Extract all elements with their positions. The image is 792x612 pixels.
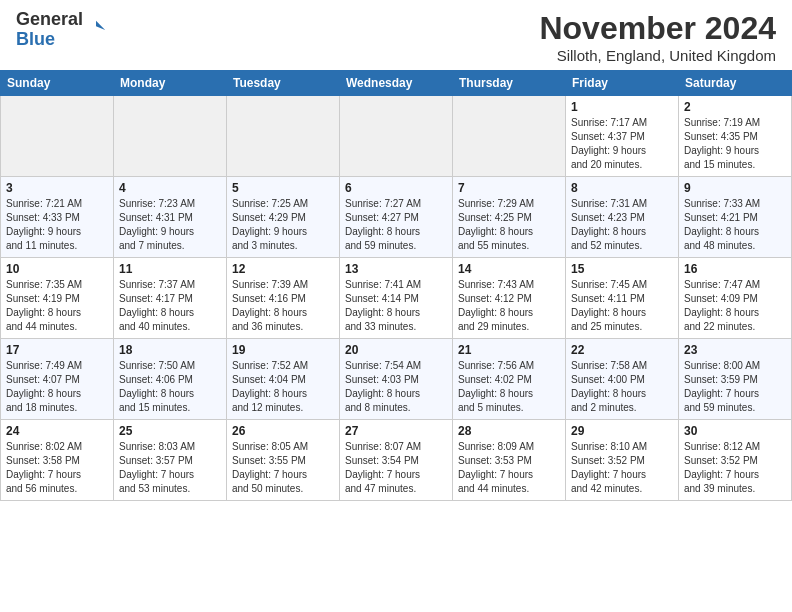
title-block: November 2024 Silloth, England, United K… xyxy=(539,10,776,64)
calendar-week-row: 17Sunrise: 7:49 AM Sunset: 4:07 PM Dayli… xyxy=(1,339,792,420)
day-number: 25 xyxy=(119,424,221,438)
day-number: 20 xyxy=(345,343,447,357)
location: Silloth, England, United Kingdom xyxy=(539,47,776,64)
day-info: Sunrise: 7:23 AM Sunset: 4:31 PM Dayligh… xyxy=(119,197,221,253)
calendar-cell: 26Sunrise: 8:05 AM Sunset: 3:55 PM Dayli… xyxy=(227,420,340,501)
calendar-cell: 24Sunrise: 8:02 AM Sunset: 3:58 PM Dayli… xyxy=(1,420,114,501)
calendar-cell: 8Sunrise: 7:31 AM Sunset: 4:23 PM Daylig… xyxy=(566,177,679,258)
day-number: 7 xyxy=(458,181,560,195)
calendar-cell xyxy=(227,96,340,177)
calendar-header-row: SundayMondayTuesdayWednesdayThursdayFrid… xyxy=(1,71,792,96)
day-info: Sunrise: 8:02 AM Sunset: 3:58 PM Dayligh… xyxy=(6,440,108,496)
calendar-cell: 17Sunrise: 7:49 AM Sunset: 4:07 PM Dayli… xyxy=(1,339,114,420)
day-number: 26 xyxy=(232,424,334,438)
calendar-header-friday: Friday xyxy=(566,71,679,96)
calendar-cell: 25Sunrise: 8:03 AM Sunset: 3:57 PM Dayli… xyxy=(114,420,227,501)
day-info: Sunrise: 7:19 AM Sunset: 4:35 PM Dayligh… xyxy=(684,116,786,172)
day-info: Sunrise: 7:50 AM Sunset: 4:06 PM Dayligh… xyxy=(119,359,221,415)
calendar-cell: 14Sunrise: 7:43 AM Sunset: 4:12 PM Dayli… xyxy=(453,258,566,339)
day-number: 23 xyxy=(684,343,786,357)
day-info: Sunrise: 7:56 AM Sunset: 4:02 PM Dayligh… xyxy=(458,359,560,415)
logo-icon xyxy=(85,19,107,41)
day-number: 15 xyxy=(571,262,673,276)
day-info: Sunrise: 7:45 AM Sunset: 4:11 PM Dayligh… xyxy=(571,278,673,334)
calendar-header-saturday: Saturday xyxy=(679,71,792,96)
day-info: Sunrise: 8:10 AM Sunset: 3:52 PM Dayligh… xyxy=(571,440,673,496)
calendar-cell: 5Sunrise: 7:25 AM Sunset: 4:29 PM Daylig… xyxy=(227,177,340,258)
day-info: Sunrise: 7:35 AM Sunset: 4:19 PM Dayligh… xyxy=(6,278,108,334)
day-info: Sunrise: 7:25 AM Sunset: 4:29 PM Dayligh… xyxy=(232,197,334,253)
calendar-cell: 7Sunrise: 7:29 AM Sunset: 4:25 PM Daylig… xyxy=(453,177,566,258)
day-info: Sunrise: 7:52 AM Sunset: 4:04 PM Dayligh… xyxy=(232,359,334,415)
day-info: Sunrise: 7:49 AM Sunset: 4:07 PM Dayligh… xyxy=(6,359,108,415)
calendar-header-sunday: Sunday xyxy=(1,71,114,96)
day-info: Sunrise: 8:00 AM Sunset: 3:59 PM Dayligh… xyxy=(684,359,786,415)
day-number: 28 xyxy=(458,424,560,438)
calendar-week-row: 1Sunrise: 7:17 AM Sunset: 4:37 PM Daylig… xyxy=(1,96,792,177)
calendar-cell: 13Sunrise: 7:41 AM Sunset: 4:14 PM Dayli… xyxy=(340,258,453,339)
day-info: Sunrise: 7:33 AM Sunset: 4:21 PM Dayligh… xyxy=(684,197,786,253)
day-info: Sunrise: 7:41 AM Sunset: 4:14 PM Dayligh… xyxy=(345,278,447,334)
day-info: Sunrise: 7:43 AM Sunset: 4:12 PM Dayligh… xyxy=(458,278,560,334)
day-number: 19 xyxy=(232,343,334,357)
calendar-cell: 1Sunrise: 7:17 AM Sunset: 4:37 PM Daylig… xyxy=(566,96,679,177)
calendar-cell: 20Sunrise: 7:54 AM Sunset: 4:03 PM Dayli… xyxy=(340,339,453,420)
calendar-week-row: 3Sunrise: 7:21 AM Sunset: 4:33 PM Daylig… xyxy=(1,177,792,258)
day-number: 14 xyxy=(458,262,560,276)
day-number: 5 xyxy=(232,181,334,195)
calendar-cell: 28Sunrise: 8:09 AM Sunset: 3:53 PM Dayli… xyxy=(453,420,566,501)
day-info: Sunrise: 7:37 AM Sunset: 4:17 PM Dayligh… xyxy=(119,278,221,334)
calendar-cell: 12Sunrise: 7:39 AM Sunset: 4:16 PM Dayli… xyxy=(227,258,340,339)
day-info: Sunrise: 8:09 AM Sunset: 3:53 PM Dayligh… xyxy=(458,440,560,496)
day-number: 17 xyxy=(6,343,108,357)
calendar-header-tuesday: Tuesday xyxy=(227,71,340,96)
day-info: Sunrise: 8:03 AM Sunset: 3:57 PM Dayligh… xyxy=(119,440,221,496)
calendar-cell: 18Sunrise: 7:50 AM Sunset: 4:06 PM Dayli… xyxy=(114,339,227,420)
day-info: Sunrise: 8:05 AM Sunset: 3:55 PM Dayligh… xyxy=(232,440,334,496)
calendar-week-row: 24Sunrise: 8:02 AM Sunset: 3:58 PM Dayli… xyxy=(1,420,792,501)
calendar-cell: 30Sunrise: 8:12 AM Sunset: 3:52 PM Dayli… xyxy=(679,420,792,501)
day-number: 29 xyxy=(571,424,673,438)
calendar-table: SundayMondayTuesdayWednesdayThursdayFrid… xyxy=(0,70,792,501)
calendar-cell: 10Sunrise: 7:35 AM Sunset: 4:19 PM Dayli… xyxy=(1,258,114,339)
day-info: Sunrise: 7:29 AM Sunset: 4:25 PM Dayligh… xyxy=(458,197,560,253)
calendar-cell: 3Sunrise: 7:21 AM Sunset: 4:33 PM Daylig… xyxy=(1,177,114,258)
calendar-cell xyxy=(114,96,227,177)
day-info: Sunrise: 7:27 AM Sunset: 4:27 PM Dayligh… xyxy=(345,197,447,253)
calendar-cell xyxy=(1,96,114,177)
day-number: 10 xyxy=(6,262,108,276)
day-number: 24 xyxy=(6,424,108,438)
logo: General Blue xyxy=(16,10,107,50)
calendar-header-wednesday: Wednesday xyxy=(340,71,453,96)
day-info: Sunrise: 7:54 AM Sunset: 4:03 PM Dayligh… xyxy=(345,359,447,415)
day-info: Sunrise: 7:21 AM Sunset: 4:33 PM Dayligh… xyxy=(6,197,108,253)
month-title: November 2024 xyxy=(539,10,776,47)
day-number: 1 xyxy=(571,100,673,114)
calendar-cell: 15Sunrise: 7:45 AM Sunset: 4:11 PM Dayli… xyxy=(566,258,679,339)
day-number: 30 xyxy=(684,424,786,438)
calendar-cell: 6Sunrise: 7:27 AM Sunset: 4:27 PM Daylig… xyxy=(340,177,453,258)
calendar-cell: 23Sunrise: 8:00 AM Sunset: 3:59 PM Dayli… xyxy=(679,339,792,420)
calendar-cell: 19Sunrise: 7:52 AM Sunset: 4:04 PM Dayli… xyxy=(227,339,340,420)
day-number: 21 xyxy=(458,343,560,357)
day-info: Sunrise: 7:17 AM Sunset: 4:37 PM Dayligh… xyxy=(571,116,673,172)
day-number: 12 xyxy=(232,262,334,276)
day-number: 22 xyxy=(571,343,673,357)
day-info: Sunrise: 7:47 AM Sunset: 4:09 PM Dayligh… xyxy=(684,278,786,334)
day-info: Sunrise: 7:58 AM Sunset: 4:00 PM Dayligh… xyxy=(571,359,673,415)
page-header: General Blue November 2024 Silloth, Engl… xyxy=(0,0,792,70)
calendar-cell: 4Sunrise: 7:23 AM Sunset: 4:31 PM Daylig… xyxy=(114,177,227,258)
day-number: 18 xyxy=(119,343,221,357)
calendar-cell: 27Sunrise: 8:07 AM Sunset: 3:54 PM Dayli… xyxy=(340,420,453,501)
calendar-cell xyxy=(453,96,566,177)
calendar-cell xyxy=(340,96,453,177)
day-number: 3 xyxy=(6,181,108,195)
day-number: 2 xyxy=(684,100,786,114)
day-number: 13 xyxy=(345,262,447,276)
day-info: Sunrise: 8:12 AM Sunset: 3:52 PM Dayligh… xyxy=(684,440,786,496)
day-info: Sunrise: 7:31 AM Sunset: 4:23 PM Dayligh… xyxy=(571,197,673,253)
calendar-cell: 11Sunrise: 7:37 AM Sunset: 4:17 PM Dayli… xyxy=(114,258,227,339)
day-number: 9 xyxy=(684,181,786,195)
day-number: 11 xyxy=(119,262,221,276)
day-number: 4 xyxy=(119,181,221,195)
